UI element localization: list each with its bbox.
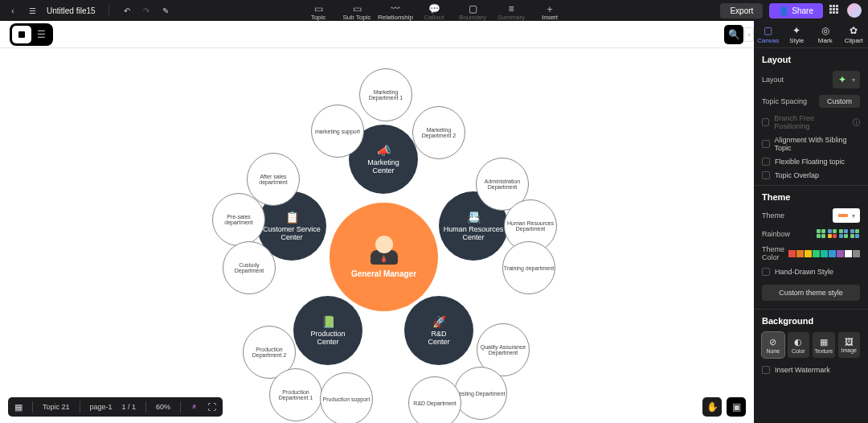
tool-icon: ▭ [353,5,362,13]
tab-label: Canvas [757,37,779,44]
node-label: Administration Department [477,179,528,190]
file-title[interactable]: Untitled file15 [47,6,96,15]
overlap-checkbox[interactable]: Topic Overlap [762,171,860,179]
rainbow-label: Rainbow [762,230,790,238]
status-bar: ▦ Topic 21 page-1 1 / 1 60% 〃 ⛶ [8,397,223,417]
fit-button[interactable]: ▣ [727,397,746,417]
tool-sub-topic[interactable]: ▭Sub Topic [338,3,376,21]
custom-theme-button[interactable]: Custom theme style [762,285,860,301]
watermark-checkbox[interactable]: Insert Watermark [762,366,860,374]
tab-style[interactable]: ✦Style [783,21,812,47]
color-swatch[interactable] [805,250,812,257]
bg-none[interactable]: ⊘None [762,332,784,358]
tool-callout[interactable]: 💬Callout [415,3,453,21]
color-swatch[interactable] [788,250,796,257]
search-button[interactable]: 🔍 [724,25,743,44]
tool-label: Callout [424,14,444,21]
node-label: Human Resources Department [505,220,556,232]
tool-topic[interactable]: ▭Topic [299,3,338,21]
tab-icon: ▢ [764,25,772,36]
mindmap-canvas[interactable]: General Manager 📣MarketingCenter📋Custome… [0,48,754,400]
tab-mark[interactable]: ◎Mark [811,21,840,47]
node-icon: 📋 [285,211,299,224]
color-swatch[interactable] [845,250,852,257]
node-sub[interactable]: Testing Department [454,367,507,420]
canvas-view-button[interactable] [12,26,31,43]
bg-color[interactable]: ◐Color [788,332,810,358]
layout-selector[interactable]: ▾ [833,71,860,88]
color-swatch[interactable] [853,250,860,257]
tab-label: Style [789,37,804,44]
tool-boundary[interactable]: ▢Boundary [453,3,492,21]
theme-selector[interactable]: ▾ [833,208,860,223]
info-icon[interactable]: i [853,118,860,126]
background-options: ⊘None◐Color▦Texture🖼Image [762,332,860,358]
outline-view-button[interactable]: ☰ [31,26,51,43]
tool-label: Boundary [459,14,486,21]
tab-icon: ✿ [850,25,858,36]
tool-relationship[interactable]: 〰Relationship [376,3,415,21]
bg-icon: 🖼 [845,337,854,347]
node-sub[interactable]: Production Department 1 [269,368,322,421]
rainbow-swatch-2[interactable] [828,229,837,239]
node-sub[interactable]: Marketing Department 2 [412,106,465,159]
panel-tabs: ▢Canvas✦Style◎Mark✿Clipart [754,21,868,48]
node-center[interactable]: General Manager [330,203,438,311]
tab-clipart[interactable]: ✿Clipart [840,21,869,47]
user-avatar[interactable] [847,3,862,18]
hand-tool-button[interactable]: ✋ [702,397,722,417]
tool-label: Summary [497,14,525,21]
hand-drawn-checkbox[interactable]: Hand-Drawn Style [762,268,860,276]
node-sub[interactable]: Pre-sales department [212,193,265,246]
menu-icon[interactable]: ☰ [27,6,37,15]
tab-label: Mark [818,37,833,44]
color-swatch[interactable] [829,250,836,257]
fullscreen-icon[interactable]: ⛶ [207,402,216,412]
node-sub[interactable]: marketing support [311,105,364,158]
node-label: After sales department [248,174,299,185]
tab-canvas[interactable]: ▢Canvas [754,21,783,47]
color-swatch[interactable] [837,250,844,257]
node-sub[interactable]: R&D Department [408,376,461,423]
color-swatch[interactable] [813,250,820,257]
tool-insert[interactable]: ＋Insert [530,3,569,21]
undo-icon[interactable]: ↶ [122,6,132,15]
share-button[interactable]: 👤Share [769,3,823,18]
rainbow-swatch-4[interactable] [850,229,860,239]
export-button[interactable]: Export [720,3,763,18]
bg-texture[interactable]: ▦Texture [813,332,835,358]
tool-icon: 〰 [391,5,400,13]
panel-collapse-button[interactable]: › [744,27,754,42]
rainbow-swatch-1[interactable] [817,229,826,239]
node-main[interactable]: 📗ProductionCenter [293,296,362,365]
rainbow-swatch-3[interactable] [839,229,849,239]
node-sub[interactable]: Production support [320,372,373,423]
color-swatch[interactable] [821,250,828,257]
node-sub[interactable]: Custody Department [223,241,276,294]
node-sub[interactable]: Marketing Department 1 [359,68,412,121]
redo-icon[interactable]: ↷ [141,6,151,15]
align-checkbox[interactable]: Alignment With Sibling Topic [762,136,860,152]
tab-icon: ◎ [821,25,829,36]
node-sub[interactable]: Training department [502,241,555,294]
node-icon: 📗 [321,315,335,328]
zoom-level[interactable]: 60% [156,403,170,411]
node-main[interactable]: 🚀R&DCenter [404,296,473,365]
node-label: Human ResourcesCenter [444,225,504,241]
page-name[interactable]: page-1 [90,403,113,411]
back-icon[interactable]: ‹ [8,6,18,15]
brush-icon[interactable]: ✎ [161,6,170,15]
apps-icon[interactable] [829,5,841,16]
color-swatch[interactable] [796,250,804,257]
layout-section: Layout Layout ▾ Topic Spacing Custom Bra… [754,48,868,386]
tool-icon: ▭ [314,5,323,13]
flex-checkbox[interactable]: Flexible Floating topic [762,158,860,166]
bg-image[interactable]: 🖼Image [838,332,861,358]
tool-summary[interactable]: ≡Summary [492,3,530,21]
branch-free-checkbox[interactable]: Branch Free Positioningi [762,114,860,130]
share-label: Share [792,6,813,15]
logo-icon[interactable]: 〃 [190,402,198,413]
map-icon[interactable]: ▦ [14,402,23,413]
spacing-custom-button[interactable]: Custom [819,95,860,108]
layout-heading: Layout [762,55,860,64]
